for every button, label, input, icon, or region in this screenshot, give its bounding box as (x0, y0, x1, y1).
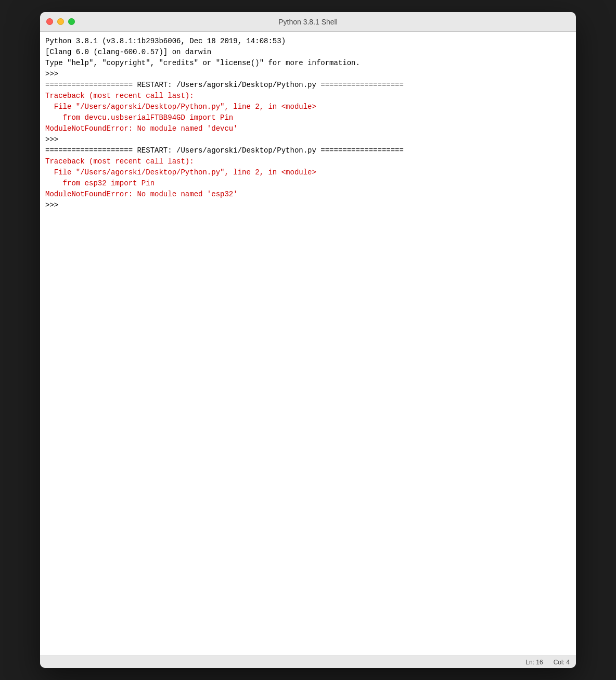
shell-line: >>> (45, 69, 571, 80)
window-title: Python 3.8.1 Shell (278, 18, 338, 26)
titlebar: Python 3.8.1 Shell (40, 12, 576, 32)
statusbar-info: Ln: 16 Col: 4 (525, 659, 570, 666)
shell-line: >>> (45, 134, 571, 145)
shell-line: [Clang 6.0 (clang-600.0.57)] on darwin (45, 47, 571, 58)
shell-line: Type "help", "copyright", "credits" or "… (45, 58, 571, 69)
shell-line: ModuleNotFoundError: No module named 'de… (45, 123, 571, 134)
maximize-button[interactable] (68, 18, 75, 25)
shell-line: Traceback (most recent call last): (45, 156, 571, 167)
shell-line: File "/Users/agorski/Desktop/Python.py",… (45, 167, 571, 178)
shell-line: from devcu.usbserialFTBB94GD import Pin (45, 112, 571, 123)
close-button[interactable] (46, 18, 53, 25)
line-number: Ln: 16 (525, 659, 543, 666)
shell-line: ==================== RESTART: /Users/ago… (45, 80, 571, 91)
shell-line: >>> (45, 200, 571, 211)
minimize-button[interactable] (57, 18, 64, 25)
shell-line: File "/Users/agorski/Desktop/Python.py",… (45, 102, 571, 112)
shell-line: ==================== RESTART: /Users/ago… (45, 145, 571, 156)
shell-line: ModuleNotFoundError: No module named 'es… (45, 189, 571, 200)
traffic-lights (46, 18, 75, 25)
statusbar: Ln: 16 Col: 4 (40, 656, 576, 668)
shell-line: from esp32 import Pin (45, 178, 571, 189)
shell-line: Python 3.8.1 (v3.8.1:1b293b6006, Dec 18 … (45, 36, 571, 47)
col-number: Col: 4 (554, 659, 570, 666)
shell-output[interactable]: Python 3.8.1 (v3.8.1:1b293b6006, Dec 18 … (40, 32, 576, 656)
shell-line: Traceback (most recent call last): (45, 91, 571, 102)
python-shell-window: Python 3.8.1 Shell Python 3.8.1 (v3.8.1:… (40, 12, 576, 668)
